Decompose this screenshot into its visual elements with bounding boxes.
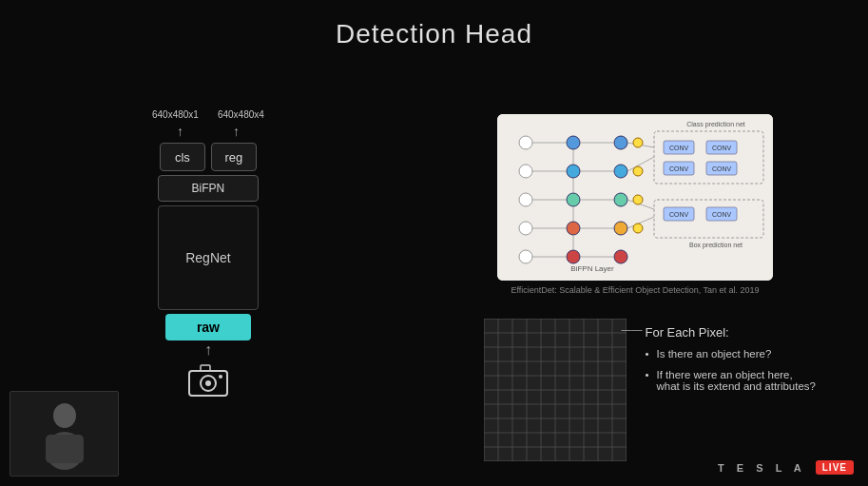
camera-icon <box>187 363 229 404</box>
bullet-item-1: Is there an object here? <box>646 348 817 360</box>
right-bottom-section: —— For Each Pixel: Is there an object he… <box>484 319 817 461</box>
cls-box: cls <box>160 143 205 171</box>
top-arrows: ↑ ↑ <box>177 124 240 139</box>
reg-label-text: 640x480x4 <box>218 109 264 120</box>
svg-text:CONV: CONV <box>712 165 732 172</box>
live-badge: LIVE <box>816 460 854 475</box>
svg-point-9 <box>519 193 532 206</box>
svg-point-56 <box>633 138 643 147</box>
svg-text:CONV: CONV <box>669 145 689 151</box>
svg-point-15 <box>567 222 580 235</box>
raw-box: raw <box>165 314 251 340</box>
svg-point-79 <box>53 403 76 428</box>
regnet-box: RegNet <box>158 205 259 310</box>
reg-box: reg <box>211 143 257 171</box>
svg-text:CONV: CONV <box>712 211 732 218</box>
bullet-item-2-text: If there were an object here,what is its… <box>657 369 817 392</box>
svg-rect-81 <box>46 435 84 463</box>
svg-point-58 <box>633 195 643 204</box>
svg-point-11 <box>519 250 532 263</box>
tesla-logo: T E S L A <box>718 462 806 474</box>
svg-point-16 <box>567 250 580 263</box>
cls-label-text: 640x480x1 <box>152 109 199 120</box>
svg-point-59 <box>633 224 643 233</box>
svg-point-10 <box>519 222 532 235</box>
svg-point-20 <box>614 222 627 235</box>
svg-point-13 <box>567 165 580 178</box>
svg-point-14 <box>567 193 580 206</box>
page-title: Detection Head <box>0 0 868 49</box>
svg-point-17 <box>614 136 627 149</box>
bullet-item-2: If there were an object here,what is its… <box>646 369 817 392</box>
svg-text:CONV: CONV <box>712 145 732 151</box>
svg-point-57 <box>633 166 643 176</box>
efficientdet-diagram: BiFPN Layer <box>497 114 773 281</box>
arrow-to-camera: ↑ <box>204 342 212 358</box>
svg-point-2 <box>205 380 211 386</box>
svg-text:Class prediction net: Class prediction net <box>686 121 745 128</box>
arrow-up-cls: ↑ <box>177 124 183 139</box>
left-diagram: 640x480x1 640x480x4 ↑ ↑ cls reg BiFPN Re… <box>152 109 264 404</box>
svg-point-7 <box>519 136 532 149</box>
svg-text:Box prediction net: Box prediction net <box>689 242 743 249</box>
svg-point-4 <box>219 375 222 379</box>
for-each-pixel-title: For Each Pixel: <box>646 325 729 340</box>
efficientdet-caption: EfficientDet: Scalable & Efficient Objec… <box>497 285 773 295</box>
arrow-up-reg: ↑ <box>233 124 240 139</box>
tesla-live-section: T E S L A LIVE <box>718 460 854 475</box>
bifpn-box: BiFPN <box>158 175 259 202</box>
svg-point-21 <box>614 250 627 263</box>
input-labels: 640x480x1 640x480x4 <box>152 109 264 120</box>
svg-point-8 <box>519 165 532 178</box>
cls-reg-row: cls reg <box>160 143 257 171</box>
svg-point-19 <box>614 193 627 206</box>
svg-text:CONV: CONV <box>669 211 689 218</box>
presenter-thumbnail <box>10 391 119 476</box>
svg-text:CONV: CONV <box>669 165 689 172</box>
for-each-pixel-section: —— For Each Pixel: Is there an object he… <box>646 319 817 401</box>
pixel-grid <box>484 319 627 461</box>
svg-text:BiFPN Layer: BiFPN Layer <box>570 264 614 273</box>
svg-point-12 <box>567 136 580 149</box>
svg-point-18 <box>614 165 627 178</box>
